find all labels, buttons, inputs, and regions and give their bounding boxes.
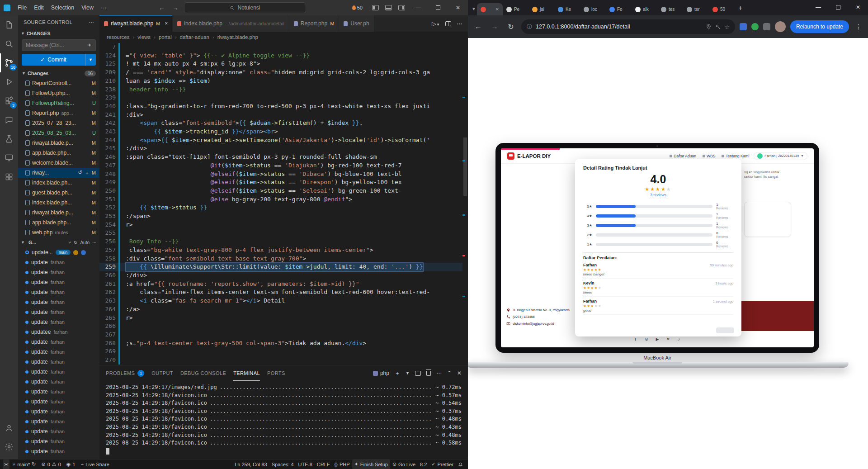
editor-tab[interactable]: User.ph [339, 15, 374, 32]
run-debug-icon[interactable] [0, 72, 18, 91]
graph-auto-label[interactable]: Auto [80, 240, 90, 245]
browser-tab[interactable]: Fo [606, 3, 632, 15]
code-line[interactable]: 209/ === 'card'" style="display:none" cl… [99, 68, 468, 77]
passwords-key-icon[interactable] [715, 24, 721, 30]
scm-file-row[interactable]: Report.phpapp...M [18, 108, 99, 118]
code-line[interactable]: 261:a href="{{ route(name: 'reports.show… [99, 280, 468, 289]
problems-indicator[interactable]: ⊘0⚠0 [39, 460, 63, 469]
menu-overflow-button[interactable]: ··· [97, 5, 110, 11]
breadcrumb-item[interactable]: riwayat.blade.php [217, 34, 258, 40]
bookmark-star-icon[interactable]: ☆ [725, 24, 730, 30]
code-line[interactable]: 210luan as $index => $item) [99, 77, 468, 85]
commit-row[interactable]: updatefarhan [18, 297, 99, 307]
menu-selection[interactable]: Selection [47, 2, 78, 13]
code-line[interactable]: 246:span class="text-[11px] font-semibol… [99, 153, 468, 161]
code-line[interactable]: 259 {{ \Illuminate\Support\Str::limit(va… [99, 263, 468, 271]
terminal-profile[interactable]: php [373, 370, 389, 376]
nav-forward-icon[interactable]: → [170, 4, 180, 11]
code-line[interactable]: 266 [99, 322, 468, 331]
app-nav-item[interactable]: Daftar Aduan [670, 154, 696, 158]
commit-row[interactable]: updatefarhan [18, 387, 99, 397]
minimize-button[interactable]: — [408, 0, 428, 15]
editor-tab[interactable]: riwayat.blade.phpM× [99, 15, 173, 32]
discard-icon[interactable]: ↺ [78, 170, 82, 176]
code-line[interactable]: 264:/a> [99, 305, 468, 314]
forward-icon[interactable]: → [489, 23, 500, 31]
ports-indicator[interactable]: ◉1 [64, 460, 78, 469]
breadcrumb-item[interactable]: portal [159, 34, 172, 40]
browser-tab[interactable]: ter [683, 3, 709, 15]
code-line[interactable]: 249 @elseif($item->status == 'Direspon')… [99, 178, 468, 187]
youtube-icon[interactable]: ▶ [655, 337, 660, 341]
commit-row[interactable]: updatefarhan [18, 277, 99, 287]
go-live-button[interactable]: ⊙Go Live [390, 460, 418, 469]
code-line[interactable]: 241:div> [99, 111, 468, 119]
terminal-output[interactable]: 2025-08-25 14:29:17 /images/red.jpg.....… [99, 381, 468, 459]
browser-tab[interactable]: ✕ [477, 3, 503, 15]
kill-terminal-icon[interactable] [426, 371, 431, 376]
custom-view-icon[interactable] [0, 167, 18, 186]
code-line[interactable]: 257 class="bg-white text-gray-800 p-4 fl… [99, 246, 468, 255]
commit-button[interactable]: ✓Commit ▼ [22, 54, 96, 66]
commit-row[interactable]: updatefarhan [18, 287, 99, 297]
browser-tab[interactable]: jal [528, 3, 554, 15]
panel-tab-debug-console[interactable]: DEBUG CONSOLE [180, 365, 226, 381]
language-indicator[interactable]: {}PHP [332, 460, 352, 469]
code-line[interactable]: 242 <span class="font-semibold">{{ $adua… [99, 119, 468, 128]
back-icon[interactable]: ← [472, 23, 484, 31]
extension-icon-1[interactable] [740, 23, 747, 30]
scm-file-row[interactable]: index.blade.ph...M [18, 178, 99, 188]
scm-file-row[interactable]: welcome.blade...M [18, 158, 99, 168]
settings-gear-icon[interactable] [0, 437, 18, 456]
code-line[interactable]: 254r> [99, 221, 468, 229]
code-line[interactable]: 252 {{ $item->status }} [99, 204, 468, 212]
branch-icon[interactable]: ⑂ [68, 240, 71, 245]
panel-tab-ports[interactable]: PORTS [267, 365, 285, 381]
more-actions-icon[interactable]: ⋯ [457, 20, 462, 27]
code-line[interactable]: 268;s="p-4 text-center text-gray-500 col… [99, 339, 468, 348]
browser-tab[interactable]: alk [632, 3, 657, 15]
scm-file-row[interactable]: index.blade.ph...M [18, 198, 99, 208]
more-actions-icon[interactable]: ⋯ [92, 240, 97, 245]
account-icon[interactable] [0, 418, 18, 437]
browser-tab[interactable]: Pe [503, 3, 528, 15]
split-terminal-icon[interactable] [415, 371, 421, 376]
scm-file-row[interactable]: web.phproutesM [18, 227, 99, 237]
commit-row[interactable]: updatefarhan [18, 407, 99, 417]
commit-row[interactable]: updatefarhan [18, 397, 99, 407]
graph-section-header[interactable]: ▼ G... ⑂ ↻ Auto ⋯ [18, 237, 99, 247]
commit-row[interactable]: updatefarhan [18, 307, 99, 317]
titlebar-counter-badge[interactable]: 50 [352, 5, 363, 10]
breadcrumb[interactable]: resources›views›portal›daftar-aduan›riwa… [99, 32, 468, 43]
browser-tab[interactable]: 50 [709, 3, 735, 15]
scm-file-row[interactable]: FollowupRating...U [18, 98, 99, 108]
code-line[interactable]: 125! mt-14 mx-auto px-4 sm:px-6 lg:px-8"… [99, 60, 468, 68]
more-actions-icon[interactable]: ⋯ [89, 19, 94, 25]
code-line[interactable]: 256 Body Info --}} [99, 237, 468, 246]
notifications-bell-icon[interactable] [456, 460, 465, 469]
nav-back-icon[interactable]: ← [157, 4, 167, 11]
changes-tree-header[interactable]: ▼ Changes 16 [18, 68, 99, 78]
code-line[interactable]: 269 [99, 347, 468, 356]
panel-tab-problems[interactable]: PROBLEMS1 [106, 365, 144, 381]
commit-row[interactable]: updatefarhan [18, 417, 99, 426]
browser-tab[interactable]: tes [657, 3, 683, 15]
commit-row[interactable]: updatefarhan [18, 317, 99, 327]
scm-file-row[interactable]: app.blade.php...M [18, 148, 99, 158]
commit-row[interactable]: updatefarhan [18, 347, 99, 357]
address-bar[interactable]: ⓘ 127.0.0.1:8000/daftar-aduan/17/detail … [521, 19, 735, 34]
extensions-icon[interactable]: 3 [0, 91, 18, 110]
app-brand[interactable]: E-LAPOR DIY [507, 152, 551, 160]
close-icon[interactable]: × [165, 20, 168, 27]
scm-file-row[interactable]: riwayat.blade.p...M [18, 138, 99, 148]
code-line[interactable]: 239 [99, 94, 468, 102]
browser-tab[interactable]: loc [580, 3, 606, 15]
user-menu-chip[interactable]: Farhan | 20220140139 ▼ [754, 152, 807, 160]
code-line[interactable]: 7 [99, 43, 468, 52]
split-editor-icon[interactable] [445, 21, 451, 26]
commit-row[interactable]: updatefarhan [18, 267, 99, 277]
commit-dropdown-icon[interactable]: ▼ [85, 54, 96, 66]
code-line[interactable]: 243 {{ $item->tracking_id }}</span><br> [99, 128, 468, 136]
close-icon[interactable]: ✕ [495, 7, 499, 12]
reviews-count[interactable]: 3 reviews [583, 193, 733, 197]
